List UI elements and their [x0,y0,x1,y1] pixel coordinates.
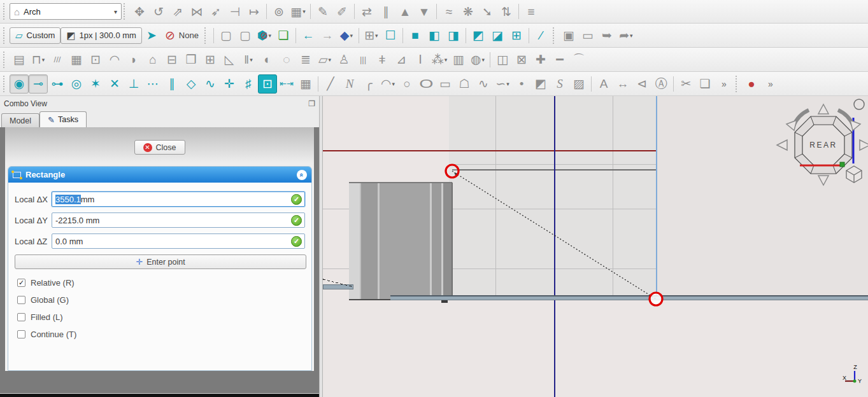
arch-truss-button[interactable]: ⊿ [392,50,411,69]
draft-facebinder-button[interactable]: ◩ [531,74,550,94]
draft-rectangle-button[interactable]: ▭ [436,74,455,94]
style-custom-button[interactable]: ▱Custom [10,27,60,44]
arch-rebar-button[interactable]: /// [48,50,67,69]
snap-midpoint-button[interactable]: ⊶ [48,74,67,94]
stretch-button[interactable]: ↦ [245,2,264,21]
select-similar-button[interactable]: ▢ [236,26,255,45]
snap-special-button[interactable]: ◇ [181,74,201,94]
draft-dimension-button[interactable]: ↔ [613,74,632,94]
workbench-selector[interactable]: ⌂Arch▾ [10,3,122,20]
view-left-button[interactable]: ⊞ [507,26,526,45]
draft-bezier-button[interactable]: ∽▾ [493,74,512,94]
coordinate-input-z[interactable]: 0.0 mm✓ [52,233,305,249]
coordinate-input-y[interactable]: -2215.0 mm✓ [52,212,305,228]
arch-frame-button[interactable]: ||| [353,50,373,69]
arch-cut-line-button[interactable]: ⊠ [512,50,531,69]
coordinate-input-x[interactable]: 3550.1 mm✓ [52,192,305,207]
measure-button[interactable]: ∕ [532,26,551,45]
float-panel-icon[interactable]: ❐ [308,99,315,108]
collapse-section-button[interactable]: « [297,170,307,180]
arch-material-button[interactable]: ⁂▾ [430,50,449,69]
view-right-button[interactable]: ◨ [444,26,463,45]
arch-cut-with-plane-button[interactable]: ◫ [493,50,512,69]
downgrade-button[interactable]: ▼ [415,2,434,21]
draft-circle-button[interactable]: ○ [397,74,416,94]
arch-project-button[interactable]: ◠ [105,50,124,69]
draft-ellipse-button[interactable]: O [416,74,436,94]
checkbox-global[interactable]: Global (G) [17,294,311,305]
arch-section-plane-button[interactable]: ◐ [258,50,277,69]
nav-back-button[interactable]: ← [299,26,318,45]
toolbar-grip[interactable] [3,52,8,68]
draft-bspline-button[interactable]: ∿ [474,74,493,94]
checkbox-relative[interactable]: ✓Relative (R) [17,277,311,288]
toggle-grid-button[interactable]: ▦ [296,74,315,94]
snap-intersection-button[interactable]: ✕ [105,74,124,94]
tab-model[interactable]: Model [1,113,39,127]
arch-remove-component-button[interactable]: ━ [550,50,569,69]
join-button[interactable]: ⇄ [357,2,376,21]
checkbox-filled[interactable]: Filled (L) [17,311,311,323]
snap-parallel-button[interactable]: ∥ [162,74,181,94]
arch-space-button[interactable]: ◌ [277,50,296,69]
mirror-button[interactable]: ⋈ [187,2,206,21]
toolbar-grip[interactable] [3,27,8,44]
offset-button[interactable]: ➶ [206,2,225,21]
open-folder-button[interactable]: ▭ [578,26,597,45]
layers-button[interactable]: ≡ [522,2,541,21]
copy-button[interactable]: ❏ [695,74,715,94]
enter-point-button[interactable]: ✛ Enter point [15,254,306,269]
shape-2d-view-button[interactable]: ❋ [459,2,478,21]
draft-hatch-button[interactable]: ▨ [569,74,588,94]
arch-add-component-button[interactable]: ✚ [531,50,550,69]
snap-extension-button[interactable]: ⋯ [143,74,162,94]
draft-point-button[interactable]: • [512,74,531,94]
nav-forward-button[interactable]: → [318,26,337,45]
arch-fence-button[interactable]: ǂ [373,50,392,69]
cut-button[interactable]: ✂ [676,74,695,94]
arch-equipment-button[interactable]: ♙ [334,50,353,69]
snap-dimensions-button[interactable]: ⇤⇥ [277,74,296,94]
flip-direction-button[interactable]: ⇅ [497,2,516,21]
scale-button[interactable]: ⇗ [168,2,187,21]
arch-building-part-button[interactable]: ⊡ [86,50,105,69]
arch-wall-button[interactable]: ▤ [10,50,29,69]
view-fit-all-button[interactable]: ☐ [381,26,400,45]
split-button[interactable]: ∥ [376,2,395,21]
view-rear-button[interactable]: ◩ [469,26,488,45]
snap-near-button[interactable]: ∿ [201,74,220,94]
view-bottom-button[interactable]: ◪ [488,26,507,45]
view-top-button[interactable]: ◧ [425,26,444,45]
export-button[interactable]: ➥ [597,26,616,45]
snap-ortho-button[interactable]: ✛ [220,74,239,94]
arch-schedule-button[interactable]: ▥ [449,50,468,69]
trimex-button[interactable]: ⊣ [225,2,245,21]
toolbar-overflow-2-button[interactable]: » [761,74,780,94]
array-button[interactable]: ▦▾ [288,2,308,21]
toolbar-overflow-button[interactable]: » [715,74,734,94]
rotate-button[interactable]: ↺ [149,2,168,21]
view-front-button[interactable]: ■ [406,26,425,45]
snap-angle-button[interactable]: ✶ [86,74,105,94]
toolbar-grip[interactable] [736,76,740,92]
arch-level-button[interactable]: ⊟ [162,50,181,69]
draft-shape-from-text-button[interactable]: S [550,74,569,94]
wire-to-bspline-button[interactable]: ≈ [439,2,459,21]
arch-profile-button[interactable]: Ⅰ [411,50,430,69]
toolbar-grip[interactable] [3,3,8,20]
arch-external-reference-button[interactable]: ❒ [181,50,201,69]
arch-curtain-wall-button[interactable]: ▦ [67,50,86,69]
arch-window-button[interactable]: ⊞ [201,50,220,69]
snap-endpoint-button[interactable]: ⊸ [29,74,48,94]
draft-label-button[interactable]: ⊲ [632,74,651,94]
arch-roof-button[interactable]: ◺ [220,50,239,69]
clone-button[interactable]: ⊚ [269,2,288,21]
3d-viewport[interactable]: REAR [323,96,868,397]
part-solid-button[interactable]: ▣ [559,26,578,45]
toggle-construction-mode-button[interactable]: ⬢⊘▾ [255,26,274,45]
arch-survey-button[interactable]: ⌒ [569,50,588,69]
snap-lock-button[interactable]: ◉ [10,74,29,94]
snap-perpendicular-button[interactable]: ⊥ [124,74,143,94]
arch-site-button[interactable]: ◗ [124,50,143,69]
snap-center-button[interactable]: ◎ [67,74,86,94]
